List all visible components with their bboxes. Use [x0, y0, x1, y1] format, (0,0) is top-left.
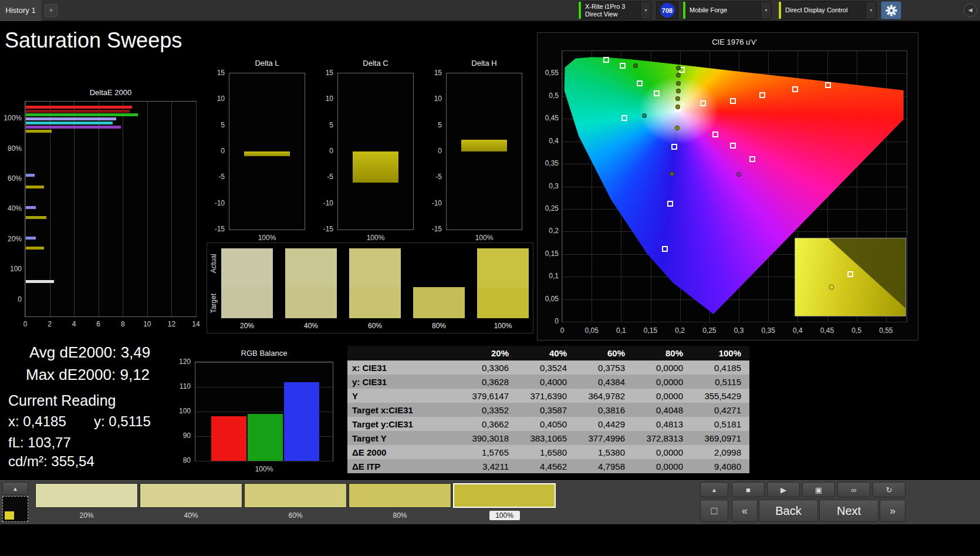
delta-bar	[244, 151, 290, 156]
table-cell: 355,5429	[691, 389, 749, 403]
source-dropdown[interactable]: Mobile Forge ▼	[682, 1, 772, 19]
target-marker	[730, 98, 736, 104]
column-header: 40%	[517, 346, 575, 360]
pattern-swatch-100%[interactable]: 100%	[453, 483, 556, 520]
deltae2000-chart: DeltaE 2000 02468101214100%80%60%40%20%1…	[3, 88, 205, 341]
chart-title: Delta C	[337, 59, 414, 68]
de2000-bar	[26, 106, 132, 109]
target-marker	[603, 57, 609, 63]
tick-label: 120	[171, 358, 191, 366]
meter-name: X-Rite i1Pro 3	[585, 3, 636, 11]
delta-bar	[353, 151, 398, 183]
continuous-read-button[interactable]: ∞	[837, 482, 870, 497]
transport-up-button[interactable]: ▲	[700, 482, 728, 497]
tick-label: 10	[313, 95, 333, 103]
swatch-color	[140, 483, 242, 508]
de2000-bar	[26, 280, 54, 283]
table-cell: 0,5115	[691, 375, 749, 389]
display-control-dropdown[interactable]: Direct Display Control ▼	[778, 1, 877, 19]
meter-dropdown[interactable]: X-Rite i1Pro 3 Direct View ▼	[578, 1, 651, 19]
patch-row: 20%40%60%80%100%	[221, 248, 529, 330]
table-cell: 0,0000	[633, 459, 691, 473]
current-reading-label: Current Reading	[8, 392, 116, 409]
tick-label: 0,2	[534, 227, 559, 235]
play-button[interactable]: ▶	[767, 482, 800, 497]
last-page-button[interactable]: »	[880, 500, 905, 522]
de2000-bar	[26, 126, 121, 129]
pattern-window-button[interactable]: □	[700, 500, 728, 522]
tick-label: 0,45	[534, 114, 559, 122]
tick-label: 5	[313, 121, 333, 129]
table-cell: 0,4048	[633, 403, 691, 417]
table-cell: 1,6580	[517, 445, 575, 459]
tick-label: -15	[422, 225, 442, 233]
current-fl: fL: 103,77	[8, 434, 71, 451]
measurement-marker	[675, 105, 680, 109]
patch-label: 80%	[413, 322, 465, 330]
stop-button[interactable]: ■	[732, 482, 765, 497]
tick-label: -5	[422, 173, 442, 181]
collapse-panel-button[interactable]: ◀	[964, 4, 977, 17]
column-header	[347, 346, 459, 360]
table-cell: 383,1065	[517, 431, 575, 445]
table-cell: 0,0000	[633, 445, 691, 459]
back-button[interactable]: Back	[759, 500, 818, 522]
patch-100%: 100%	[477, 248, 529, 330]
tick-label: 5	[422, 121, 442, 129]
tick-label: 0	[422, 147, 442, 155]
pattern-swatch-60%[interactable]: 60%	[244, 483, 347, 520]
meter-id-button[interactable]: 708	[656, 1, 678, 19]
table-cell: 0,0000	[633, 375, 691, 389]
table-cell: 0,0000	[633, 360, 691, 375]
tick-label: 0,5	[845, 326, 869, 335]
tick-label: 0	[0, 295, 22, 304]
meter-id-badge: 708	[660, 3, 675, 18]
tick-label: 0,35	[534, 159, 559, 167]
de2000-bar	[26, 174, 35, 177]
column-header: 80%	[633, 346, 691, 360]
chevron-down-icon[interactable]: ▼	[761, 2, 771, 19]
table-cell: 0,5181	[691, 417, 749, 431]
current-cdm2: cd/m²: 355,54	[8, 453, 94, 470]
repeat-button[interactable]: ↻	[873, 482, 905, 497]
tick-label: -15	[205, 225, 225, 233]
add-tab-button[interactable]: +	[45, 4, 58, 17]
navigation-controls: « Back Next »	[732, 500, 905, 522]
table-cell: 1,5380	[575, 445, 633, 459]
table-cell: 1,5765	[459, 445, 517, 459]
slide-up-button[interactable]: ▲	[2, 482, 28, 495]
first-page-button[interactable]: «	[732, 500, 758, 522]
tick-label: 0,55	[874, 326, 898, 335]
cie-diagram-panel: CIE 1976 u'v' 000,050,050,10,10,150,150,…	[537, 32, 918, 341]
table-cell: 0,3816	[575, 403, 633, 417]
tick-label: 0,1	[609, 326, 633, 335]
table-cell: 0,3587	[517, 403, 575, 417]
chevron-down-icon[interactable]: ▼	[640, 2, 651, 19]
chart-title: CIE 1976 u'v'	[562, 38, 907, 46]
de2000-bar	[26, 130, 52, 133]
table-cell: 0,4813	[633, 417, 691, 431]
de2000-bar	[26, 113, 138, 116]
history-tab[interactable]: History 1	[0, 0, 41, 21]
table-cell: 0,4050	[517, 417, 575, 431]
x-axis-label: 100%	[195, 465, 333, 473]
slide-thumbnail[interactable]	[2, 496, 28, 522]
settings-button[interactable]	[881, 1, 901, 19]
measurement-marker	[670, 171, 674, 176]
current-x: x: 0,4185	[8, 413, 66, 430]
chevron-down-icon[interactable]: ▼	[866, 2, 876, 19]
pattern-swatch-40%[interactable]: 40%	[140, 483, 242, 520]
table-row: ΔE ITP3,42114,45624,79580,00009,4080	[347, 459, 749, 473]
table-cell: 0,4384	[575, 375, 633, 389]
single-read-button[interactable]: ▣	[802, 482, 835, 497]
measurement-table: 20%40%60%80%100%x: CIE310,33060,35240,37…	[347, 346, 749, 473]
target-patch	[349, 287, 401, 318]
row-label: ΔE ITP	[347, 459, 459, 473]
delta-l-chart: Delta L 151050-5-10-15 100%	[208, 59, 311, 244]
table-cell: 0,0000	[633, 389, 691, 403]
pattern-swatch-80%[interactable]: 80%	[349, 483, 451, 520]
next-button[interactable]: Next	[819, 500, 878, 522]
x-axis-label: 100%	[229, 234, 305, 242]
pattern-swatch-20%[interactable]: 20%	[35, 483, 138, 520]
target-patch	[285, 287, 337, 318]
